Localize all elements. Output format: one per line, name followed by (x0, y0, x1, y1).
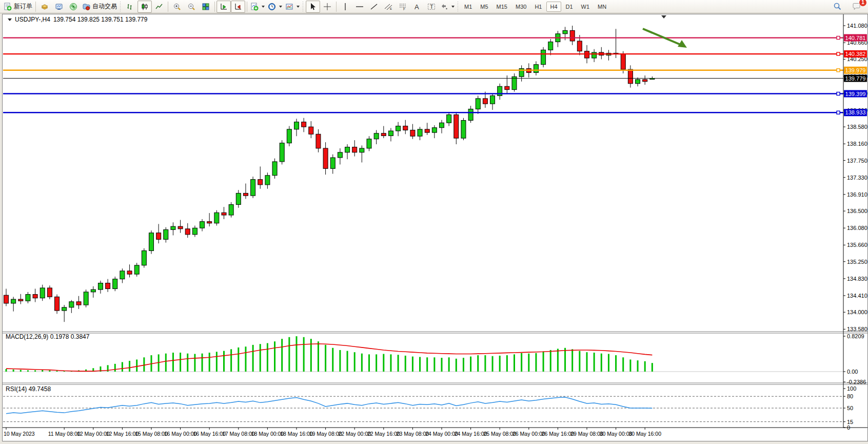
chart-menu-icon[interactable] (8, 18, 12, 21)
crosshair-button[interactable] (320, 1, 334, 13)
new-order-icon (4, 3, 12, 11)
svg-text:17 May 08:00: 17 May 08:00 (222, 431, 255, 437)
macd-signal-line (6, 344, 652, 371)
separator (336, 2, 337, 12)
rsi-label: RSI(14) 49.7458 (6, 385, 51, 393)
svg-text:138.933: 138.933 (845, 109, 866, 115)
zoom-in-button[interactable] (170, 1, 184, 13)
horizontal-line-icon (356, 3, 364, 11)
zoom-in-icon (173, 3, 181, 11)
zoom-out-icon (187, 3, 195, 11)
search-button[interactable] (830, 1, 844, 13)
svg-text:136.910: 136.910 (847, 191, 867, 198)
signals-button[interactable] (66, 1, 81, 13)
vertical-line-button[interactable] (338, 1, 352, 13)
svg-text:139.979: 139.979 (845, 67, 866, 73)
channel-icon: E (384, 3, 392, 11)
tile-windows-button[interactable] (199, 1, 213, 13)
price-badges[interactable]: 140.781140.382139.979139.779139.399138.9… (844, 34, 867, 117)
svg-text:25 May 08:00: 25 May 08:00 (483, 431, 516, 437)
notifications-button[interactable]: 1 (850, 1, 864, 13)
timeframe-mn[interactable]: MN (594, 2, 610, 12)
separator (247, 2, 247, 12)
svg-text:134.410: 134.410 (847, 293, 867, 299)
svg-text:50: 50 (847, 405, 853, 411)
vertical-line-icon (341, 3, 349, 11)
trendline-button[interactable] (367, 1, 381, 13)
autotrading-button[interactable]: 自动交易 (81, 1, 119, 13)
timeframe-m30[interactable]: M30 (512, 2, 530, 12)
svg-text:135.660: 135.660 (847, 242, 867, 248)
svg-text:F: F (403, 7, 405, 11)
autotrading-icon (82, 3, 90, 11)
symbol-period: USDJPY-,H4 (15, 16, 50, 23)
candlestick-chart-button[interactable] (137, 1, 152, 13)
line-chart-icon (155, 3, 163, 11)
crosshair-icon (323, 3, 331, 11)
svg-text:24 May 16:00: 24 May 16:00 (455, 431, 487, 437)
svg-text:18 May 16:00: 18 May 16:00 (280, 431, 313, 437)
search-icon (833, 2, 842, 11)
indicators-icon (250, 3, 259, 11)
text-label-button[interactable]: T (424, 1, 439, 13)
data-window-button[interactable] (52, 1, 66, 13)
timeframe-d1[interactable]: D1 (562, 2, 577, 12)
svg-text:T: T (430, 4, 433, 10)
cursor-button[interactable] (306, 1, 320, 13)
notification-badge: 1 (859, 0, 867, 7)
chart-canvas[interactable]: 141.080140.660140.250139.830139.410138.9… (3, 14, 867, 441)
toolbar-grip (457, 2, 459, 12)
timeframe-h1[interactable]: H1 (531, 2, 545, 12)
svg-text:135.250: 135.250 (847, 259, 867, 265)
auto-scroll-button[interactable] (216, 1, 231, 13)
new-order-button[interactable]: 新订单 (2, 1, 34, 13)
arrows-icon (440, 3, 448, 11)
templates-button[interactable] (284, 1, 301, 13)
timeframe-w1[interactable]: W1 (578, 2, 594, 12)
timeframe-m15[interactable]: M15 (493, 2, 511, 12)
time-axis: 10 May 202311 May 08:0012 May 00:0012 Ma… (4, 428, 661, 437)
periods-button[interactable] (266, 1, 284, 13)
bar-chart-button[interactable] (123, 1, 137, 13)
zoom-out-button[interactable] (184, 1, 199, 13)
clock-icon (268, 3, 276, 11)
level-lines[interactable] (3, 36, 843, 114)
trading-terminal: 新订单 自动交易 (0, 0, 868, 444)
svg-text:137.750: 137.750 (847, 158, 867, 164)
equidistant-channel-button[interactable]: E (381, 1, 396, 13)
chart-shift-button[interactable] (231, 1, 245, 13)
macd-label: MACD(12,26,9) 0.1978 0.3847 (6, 333, 89, 340)
svg-text:23 May 08:00: 23 May 08:00 (397, 431, 429, 437)
svg-text:11 May 08:00: 11 May 08:00 (48, 431, 81, 437)
timeframe-m5[interactable]: M5 (477, 2, 491, 12)
toolbar-right: 1 (830, 1, 864, 13)
market-depth-button[interactable] (37, 1, 52, 13)
chart-window[interactable]: USDJPY-,H4 139.754 139.825 139.751 139.7… (2, 14, 868, 441)
svg-text:136.080: 136.080 (847, 225, 867, 231)
separator (214, 2, 215, 12)
svg-text:16 May 16:00: 16 May 16:00 (193, 431, 226, 437)
line-chart-button[interactable] (152, 1, 166, 13)
text-icon: A (413, 3, 421, 11)
timeframe-m1[interactable]: M1 (461, 2, 476, 12)
indicators-button[interactable] (249, 1, 266, 13)
fibonacci-button[interactable]: F (396, 1, 410, 13)
autotrading-label: 自动交易 (92, 2, 117, 11)
svg-text:136.500: 136.500 (847, 208, 867, 214)
chart-shift-marker[interactable] (661, 15, 666, 18)
svg-text:138.160: 138.160 (847, 141, 867, 147)
svg-text:26 May 16:00: 26 May 16:00 (542, 431, 575, 437)
horizontal-line-button[interactable] (352, 1, 367, 13)
svg-text:12 May 16:00: 12 May 16:00 (106, 431, 139, 437)
macd-scale: 0.82090.00-0.2386 (843, 333, 866, 385)
timeframe-h4[interactable]: H4 (546, 2, 561, 12)
svg-text:137.330: 137.330 (847, 175, 867, 181)
text-button[interactable]: A (410, 1, 424, 13)
monitor-icon (55, 3, 63, 11)
arrows-button[interactable] (439, 1, 456, 13)
svg-text:80: 80 (847, 393, 853, 399)
svg-text:A: A (415, 3, 419, 11)
ohlc-bars-icon (126, 3, 134, 11)
fibonacci-icon: F (399, 3, 407, 11)
svg-text:10 May 2023: 10 May 2023 (4, 431, 35, 437)
